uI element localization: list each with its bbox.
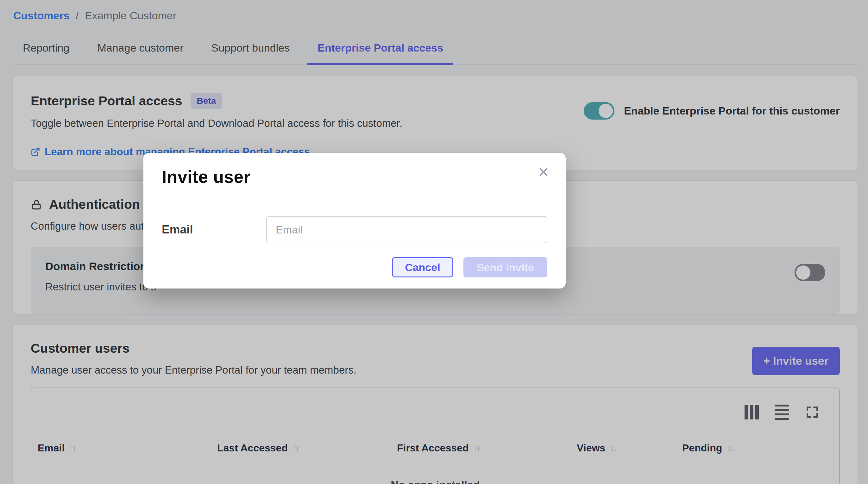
- email-label: Email: [162, 223, 266, 236]
- modal-actions: Cancel Send invite: [162, 257, 547, 278]
- cancel-button[interactable]: Cancel: [392, 257, 453, 278]
- invite-form: Email: [162, 216, 547, 243]
- send-invite-button[interactable]: Send invite: [463, 257, 547, 278]
- close-icon[interactable]: ✕: [537, 165, 549, 180]
- email-field[interactable]: [266, 216, 547, 243]
- invite-user-modal: Invite user ✕ Email Cancel Send invite: [144, 153, 566, 289]
- modal-title: Invite user: [162, 167, 547, 187]
